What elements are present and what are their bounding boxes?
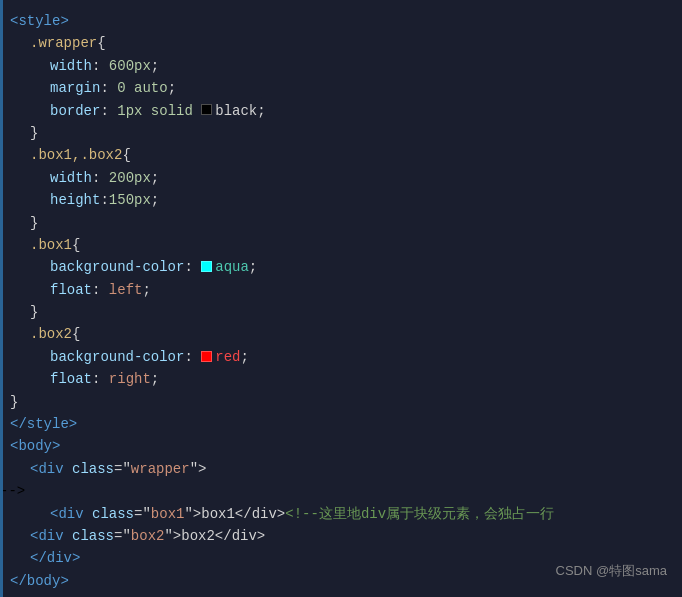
code-line-13: float: left; [0,279,682,301]
code-token: 200px [109,167,151,189]
code-token: </style> [10,413,77,435]
code-token: =" [114,458,131,480]
code-token: : [100,100,117,122]
black-swatch [201,104,212,115]
code-token: red [215,346,240,368]
code-token: <style> [10,10,69,32]
code-token: =" [134,503,151,525]
code-line-2: .wrapper{ [0,32,682,54]
code-token: border [50,100,100,122]
code-token: 0 auto [117,77,167,99]
code-line-19: </style> [0,413,682,435]
code-token: left [109,279,143,301]
code-token: : [92,55,109,77]
code-token: box1 [151,503,185,525]
code-token: ; [240,346,248,368]
code-token: =" [114,525,131,547]
code-token: ; [151,189,159,211]
code-line-4: margin: 0 auto; [0,77,682,99]
code-token: { [97,32,105,54]
code-token: 600px [109,55,151,77]
code-line-6: } [0,122,682,144]
aqua-swatch [201,261,212,272]
code-token: : [92,167,109,189]
code-token: } [30,122,38,144]
code-line-11: .box1{ [0,234,682,256]
code-token: background-color [50,256,184,278]
code-token: background-color [50,346,184,368]
code-token: <body> [10,435,60,457]
code-line-20: <body> [0,435,682,457]
code-token: .box2 [30,323,72,345]
code-editor: <style> .wrapper{ width: 600px; margin: … [0,0,682,597]
code-token: ">box1</div> [184,503,285,525]
code-token: : [92,279,109,301]
code-token: 150px [109,189,151,211]
code-token: float [50,279,92,301]
code-token: .box1,.box2 [30,144,122,166]
code-token: ; [151,368,159,390]
code-token: .box1 [30,234,72,256]
code-line-16: background-color: red; [0,346,682,368]
code-token: } [30,301,38,323]
code-token: </div> [30,547,80,569]
code-token: margin [50,77,100,99]
code-token: { [122,144,130,166]
code-line-15: .box2{ [0,323,682,345]
code-token: width [50,55,92,77]
code-line-21: <div class="wrapper"> [0,458,682,480]
code-token: ; [151,55,159,77]
code-token: black [215,100,257,122]
code-token: <div [30,458,72,480]
watermark: CSDN @特图sama [556,561,667,582]
code-token: <!--这里地div属于块级元素，会独占一行 [285,503,554,525]
code-line-18: } [0,391,682,413]
code-token: } [30,212,38,234]
code-line-23: <div class="box2">box2</div> [0,525,682,547]
code-token: ; [168,77,176,99]
code-line-3: width: 600px; [0,55,682,77]
code-token: float [50,368,92,390]
code-token: aqua [215,256,249,278]
code-line-14: } [0,301,682,323]
code-line-1: <style> [0,10,682,32]
code-token: class [72,458,114,480]
code-token: : [92,368,109,390]
code-token: : [184,256,201,278]
code-token: box2 [131,525,165,547]
code-token: .wrapper [30,32,97,54]
code-line-22: <div class="box1">box1</div><!--这里地div属于… [0,503,682,525]
code-token: class [72,525,114,547]
code-token: : [184,346,201,368]
code-line-5: border: 1px solid black; [0,100,682,122]
code-token: 1px solid [117,100,201,122]
code-token: ">box2</div> [164,525,265,547]
code-token: right [109,368,151,390]
code-line-12: background-color: aqua; [0,256,682,278]
code-line-17: float: right; [0,368,682,390]
code-token: ; [151,167,159,189]
red-swatch [201,351,212,362]
code-token: </body> [10,570,69,592]
code-token: ; [257,100,265,122]
code-token: ; [249,256,257,278]
code-token: : [100,77,117,99]
code-token: wrapper [131,458,190,480]
code-token: <div [30,525,72,547]
code-token: { [72,323,80,345]
code-token: } [10,391,18,413]
code-token: ; [142,279,150,301]
code-token: width [50,167,92,189]
left-border [0,0,3,597]
code-token: : [100,189,108,211]
code-token: <div [50,503,92,525]
code-token: { [72,234,80,256]
code-line-9: height:150px; [0,189,682,211]
code-token: height [50,189,100,211]
code-line-10: } [0,212,682,234]
code-line-8: width: 200px; [0,167,682,189]
code-line-7: .box1,.box2{ [0,144,682,166]
code-token: "> [190,458,207,480]
code-token: class [92,503,134,525]
